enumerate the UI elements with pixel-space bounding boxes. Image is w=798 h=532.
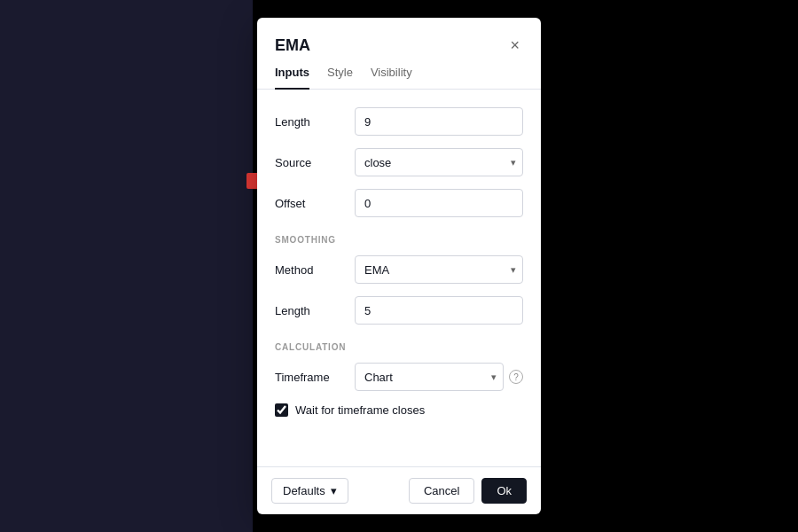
source-select-wrapper: close open high low ▾: [355, 148, 523, 176]
defaults-arrow-icon: ▾: [331, 484, 337, 497]
timeframe-help-icon[interactable]: ?: [509, 370, 523, 384]
ema-dialog: EMA × Inputs Style Visibility Length Sou…: [257, 18, 541, 514]
timeframe-select[interactable]: Chart 1m 5m 15m 1h 4h 1D: [355, 363, 504, 391]
defaults-button[interactable]: Defaults ▾: [271, 478, 348, 504]
dialog-header: EMA ×: [257, 18, 541, 55]
dialog-body: Length Source close open high low ▾: [257, 90, 541, 466]
smoothing-length-label: Length: [275, 304, 355, 317]
timeframe-label: Timeframe: [275, 371, 355, 384]
dialog-title: EMA: [275, 36, 310, 55]
smoothing-length-input[interactable]: [355, 296, 523, 325]
method-select-wrapper: EMA SMA RMA WMA ▾: [355, 255, 523, 284]
tab-visibility[interactable]: Visibility: [371, 66, 412, 90]
cancel-button[interactable]: Cancel: [409, 478, 474, 504]
source-row: Source close open high low ▾: [275, 148, 523, 176]
overlay: EMA × Inputs Style Visibility Length Sou…: [0, 0, 798, 532]
footer-right: Cancel Ok: [409, 478, 527, 504]
dialog-footer: Defaults ▾ Cancel Ok: [257, 466, 541, 514]
defaults-label: Defaults: [283, 484, 325, 497]
length-input[interactable]: [355, 107, 523, 136]
close-button[interactable]: ×: [506, 35, 523, 55]
chart-line-peek: [246, 173, 257, 189]
method-select[interactable]: EMA SMA RMA WMA: [355, 255, 523, 284]
timeframe-select-wrapper: Chart 1m 5m 15m 1h 4h 1D ▾: [355, 363, 504, 391]
wait-checkbox-row: Wait for timeframe closes: [275, 403, 523, 417]
tabs: Inputs Style Visibility: [257, 55, 541, 90]
offset-input[interactable]: [355, 189, 523, 217]
offset-row: Offset: [275, 189, 523, 217]
tab-style[interactable]: Style: [327, 66, 353, 90]
source-label: Source: [275, 156, 355, 169]
timeframe-row: Timeframe Chart 1m 5m 15m 1h 4h 1D ▾ ?: [275, 363, 523, 391]
method-row: Method EMA SMA RMA WMA ▾: [275, 255, 523, 284]
tab-inputs[interactable]: Inputs: [275, 66, 309, 90]
source-select[interactable]: close open high low: [355, 148, 523, 176]
offset-label: Offset: [275, 197, 355, 210]
ok-button[interactable]: Ok: [481, 478, 527, 504]
smoothing-section-label: SMOOTHING: [275, 235, 523, 245]
wait-checkbox[interactable]: [275, 403, 288, 417]
wait-checkbox-label: Wait for timeframe closes: [295, 403, 425, 417]
smoothing-length-row: Length: [275, 296, 523, 325]
calculation-section-label: CALCULATION: [275, 342, 523, 352]
method-label: Method: [275, 263, 355, 277]
background-chart: [0, 0, 253, 532]
length-row: Length: [275, 107, 523, 136]
length-label: Length: [275, 115, 355, 129]
